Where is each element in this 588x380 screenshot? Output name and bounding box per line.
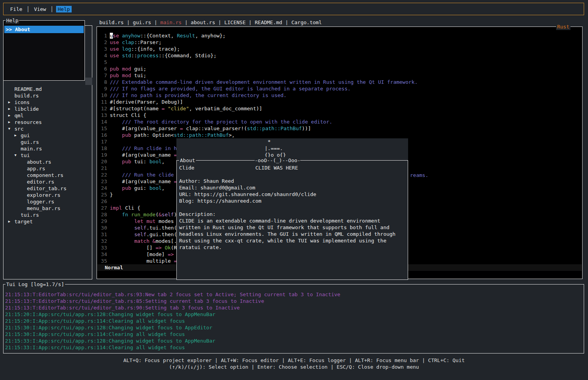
code-line[interactable]: 13struct Cli { xyxy=(99,112,582,118)
tree-item-tui[interactable]: ▼tui xyxy=(4,152,92,159)
tree-item-src[interactable]: ▼src xyxy=(4,125,92,132)
code-line[interactable]: 10/// If no path is provided, the curren… xyxy=(99,92,582,99)
code-line[interactable]: 12#[structopt(name = "clide", verbatim_d… xyxy=(99,105,582,112)
code-line-text: pub mod gui; xyxy=(110,65,146,72)
tree-item-explorer-rs[interactable]: explorer.rs xyxy=(4,192,92,198)
shortcut-line-2: (↑/k)/(↓/j): Select option | Enter: Choo… xyxy=(0,364,588,370)
menu-item-file[interactable]: File xyxy=(9,6,24,12)
editor-mode-label: Normal xyxy=(105,265,123,270)
code-line-text: #[derive(Parser, Debug)] xyxy=(110,99,183,105)
line-number: 7 xyxy=(99,72,107,79)
code-line-text: pub mod tui; xyxy=(110,72,146,79)
code-line-text: struct Cli { xyxy=(110,112,146,118)
code-line[interactable]: 3use log::{info, trace}; xyxy=(99,46,582,52)
chevron-expanded-icon[interactable]: ▼ xyxy=(14,152,21,159)
tree-item-editor-tab-rs[interactable]: editor_tab.rs xyxy=(4,185,92,192)
code-line[interactable]: 4use std::process::{Command, Stdio}; xyxy=(99,52,582,59)
tree-item-qml[interactable]: ▶qml xyxy=(4,112,92,119)
tree-item-gui[interactable]: ▶gui xyxy=(4,132,92,139)
code-overflow-fragment: reams. xyxy=(410,172,428,179)
language-badge: Rust xyxy=(556,23,570,30)
tree-item-app-rs[interactable]: app.rs xyxy=(4,165,92,172)
tree-item-gui-rs[interactable]: gui.rs xyxy=(4,139,92,145)
code-line[interactable]: 9/// If no flags are provided, the GUI e… xyxy=(99,85,582,92)
code-line[interactable]: 5 xyxy=(99,59,582,65)
code-line[interactable]: 6pub mod gui; xyxy=(99,65,582,72)
chevron-expanded-icon[interactable]: ▼ xyxy=(8,125,14,132)
code-line-text: use log::{info, trace}; xyxy=(110,46,180,52)
chevron-collapsed-icon[interactable]: ▶ xyxy=(14,132,21,139)
tree-item-libclide[interactable]: ▶libclide xyxy=(4,106,92,112)
code-line-text: use std::process::{Command, Stdio}; xyxy=(110,52,217,59)
editor-tab-bar: build.rs | gui.rs | main.rs | about.rs |… xyxy=(99,19,322,26)
code-line[interactable]: 15 #[arg(value_parser = clap::value_pars… xyxy=(99,125,582,132)
log-panel[interactable]: Tui Log [log=1.7/s] 21:15:13:T:EditorTab… xyxy=(3,284,584,353)
tree-item-resources[interactable]: ▶resources xyxy=(4,119,92,125)
code-line-text: /// If no path is provided, the current … xyxy=(110,92,287,99)
line-number: 16 xyxy=(99,132,107,138)
tree-item-label: tui xyxy=(21,152,30,159)
tab-cargo-toml[interactable]: Cargo.toml xyxy=(291,19,322,25)
shortcut-line-1: ALT+Q: Focus project explorer | ALT+W: F… xyxy=(0,357,588,364)
line-number: 1 xyxy=(99,32,107,39)
tab-build-rs[interactable]: build.rs xyxy=(99,19,124,25)
tree-item-main-rs[interactable]: main.rs xyxy=(4,145,92,152)
code-line-text: use anyhow::{Context, Result, anyhow}; xyxy=(110,32,225,39)
tree-item-menu-bar-rs[interactable]: menu_bar.rs xyxy=(4,205,92,212)
tree-item-label: app.rs xyxy=(27,165,45,172)
chevron-collapsed-icon[interactable]: ▶ xyxy=(8,99,14,106)
tree-item-build-rs[interactable]: build.rs xyxy=(4,92,92,99)
tree-item-logger-rs[interactable]: logger.rs xyxy=(4,198,92,205)
tree-item-editor-rs[interactable]: editor.rs xyxy=(4,179,92,185)
help-dropdown-title: Help xyxy=(5,17,19,24)
line-number: 21 xyxy=(99,165,107,171)
code-line-text: } xyxy=(110,191,113,198)
tree-item-label: explorer.rs xyxy=(27,192,60,198)
code-line[interactable]: 11#[derive(Parser, Debug)] xyxy=(99,99,582,105)
tab-about-rs[interactable]: about.rs xyxy=(191,19,215,25)
menu-item-help[interactable]: Help xyxy=(56,6,71,12)
tab-readme-md[interactable]: README.md xyxy=(255,19,282,25)
chevron-collapsed-icon[interactable]: ▶ xyxy=(8,112,14,119)
help-dropdown: Help >> About xyxy=(3,20,85,81)
tree-item-label: gui.rs xyxy=(21,139,39,145)
about-popup-title: About xyxy=(179,157,196,164)
tab-separator: | xyxy=(246,19,255,25)
tab-license[interactable]: LICENSE xyxy=(224,19,246,25)
code-line[interactable]: 16 pub path: Option<std::path::PathBuf>, xyxy=(99,132,582,138)
tree-item-component-rs[interactable]: component.rs xyxy=(4,172,92,179)
tree-item-tui-rs[interactable]: tui.rs xyxy=(4,212,92,218)
tree-item-about-rs[interactable]: about.rs xyxy=(4,159,92,165)
menu-bar: File│View│Help xyxy=(3,3,584,15)
explorer-scrollbar-thumb[interactable] xyxy=(85,78,92,85)
log-entries: 21:15:13:T:EditorTab:src/tui/editor_tab.… xyxy=(5,291,584,351)
chevron-collapsed-icon[interactable]: ▶ xyxy=(8,218,14,225)
code-line[interactable]: 14 /// The root directory for the projec… xyxy=(99,118,582,125)
code-line[interactable]: 7pub mod tui; xyxy=(99,72,582,79)
about-popup-content: Clide CLIDE WAS HERE Author: Shaun Reed … xyxy=(177,161,408,251)
line-number: 25 xyxy=(99,191,107,198)
code-line-text: multiple = xyxy=(110,258,177,264)
code-line[interactable]: 2use clap::Parser; xyxy=(99,39,582,46)
code-line-text: /// Extendable command-line driven devel… xyxy=(110,79,418,85)
tab-gui-rs[interactable]: gui.rs xyxy=(133,19,151,25)
file-tree: README.mdbuild.rs▶icons▶libclide▶qml▶res… xyxy=(4,86,92,225)
chevron-collapsed-icon[interactable]: ▶ xyxy=(8,119,14,125)
tree-item-readme-md[interactable]: README.md xyxy=(4,86,92,92)
code-line-text: #[structopt(name = "clide", verbatim_doc… xyxy=(110,105,262,112)
chevron-collapsed-icon[interactable]: ▶ xyxy=(8,106,14,112)
code-line[interactable]: 1use anyhow::{Context, Result, anyhow}; xyxy=(99,32,582,39)
code-line-text: pub gui: bool, xyxy=(110,185,165,191)
tree-item-icons[interactable]: ▶icons xyxy=(4,99,92,106)
tab-separator: | xyxy=(124,19,133,25)
code-line[interactable]: 8/// Extendable command-line driven deve… xyxy=(99,79,582,85)
tab-separator: | xyxy=(181,19,190,25)
line-number: 13 xyxy=(99,112,107,118)
line-number: 32 xyxy=(99,238,107,244)
tab-main-rs[interactable]: main.rs xyxy=(160,19,182,25)
line-number: 12 xyxy=(99,105,107,112)
menu-item-view[interactable]: View xyxy=(32,6,48,12)
tree-item-target[interactable]: ▶target xyxy=(4,218,92,225)
code-line-text: impl Cli { xyxy=(110,205,140,211)
help-item-about[interactable]: >> About xyxy=(4,26,84,33)
